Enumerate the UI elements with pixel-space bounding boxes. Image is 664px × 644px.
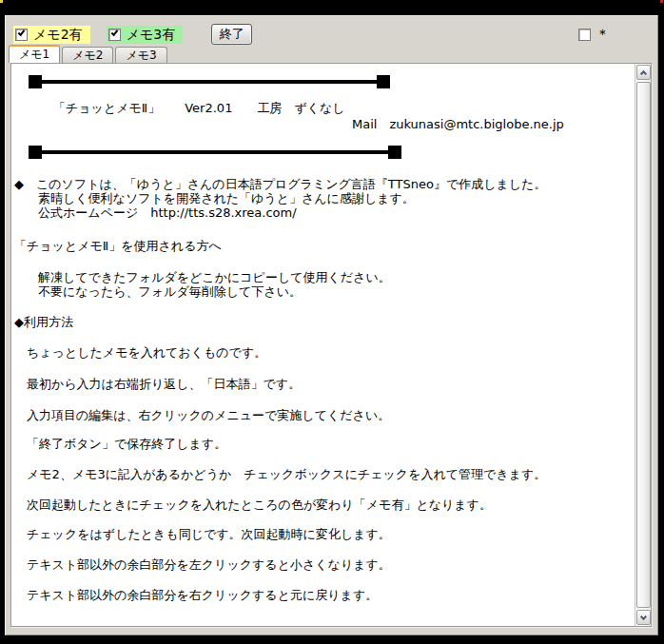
- memo3-label: メモ3有: [127, 26, 176, 44]
- divider-line-top: [29, 75, 635, 88]
- check-icon: [110, 29, 118, 36]
- memo-line: ◆利用方法: [11, 315, 635, 329]
- tab-strip: メモ1 メモ2 メモ3: [9, 45, 169, 63]
- memo-line: ちょっとしたメモを入れておくものです。: [11, 345, 635, 360]
- divider-square-icon: [29, 75, 42, 88]
- title-bar[interactable]: [0, 0, 664, 15]
- divider-square-icon: [388, 146, 401, 159]
- memo-line: チェックをはずしたときも同じです。次回起動時に変化します。: [11, 527, 635, 541]
- tab-memo1[interactable]: メモ1: [9, 45, 60, 63]
- memo-line: 解凍してできたフォルダをどこかにコピーして使用ください。: [11, 270, 635, 284]
- memo-line: 素晴しく便利なソフトを開発された「ゆうと」さんに感謝します。: [11, 191, 635, 205]
- memo-mail-line: Mail zukunasi@mtc.biglobe.ne.jp: [11, 117, 635, 131]
- memo-line: 次回起動したときにチェックを入れたところの色が変わり「メモ有」となります。: [11, 498, 635, 512]
- chevron-up-icon: [640, 69, 647, 76]
- tab-memo2[interactable]: メモ2: [62, 47, 113, 63]
- asterisk-label: ＊: [596, 28, 610, 41]
- memo-line: テキスト部以外の余白部分を右クリックすると元に戻ります。: [11, 588, 635, 602]
- titlebar-artifact-right: [660, 0, 663, 3]
- titlebar-artifact-left: [0, 0, 3, 3]
- scrollbar-thumb[interactable]: [636, 82, 651, 608]
- memo-line: 「終了ボタン」で保存終了します。: [11, 437, 635, 451]
- memo-line: ◆ このソフトは、「ゆうと」さんの日本語プログラミング言語『TTSneo』で作成…: [11, 177, 635, 191]
- memo-line: 入力項目の編集は、右クリックのメニューで実施してください。: [11, 408, 635, 422]
- memo-line: 不要になったら、フォルダ毎削除して下さい。: [11, 284, 635, 299]
- memo2-checkbox[interactable]: [15, 29, 28, 41]
- tab-memo3[interactable]: メモ3: [115, 47, 166, 63]
- vertical-scrollbar[interactable]: [635, 64, 651, 626]
- scroll-up-button[interactable]: [636, 65, 651, 80]
- topmost-group: ＊: [578, 28, 610, 41]
- divider-square-icon: [377, 75, 390, 88]
- topmost-checkbox[interactable]: [578, 29, 591, 41]
- memo2-checkbox-panel[interactable]: メモ2有: [13, 26, 90, 44]
- divider-square-icon: [29, 146, 42, 159]
- screenshot-root: { "colors": { "memo2_bg": "#FFFF9C", "me…: [0, 0, 664, 644]
- memo-title-line: 「チョッとメモⅡ」 Ver2.01 工房 ずくなし: [11, 101, 635, 115]
- memo-content: 「チョッとメモⅡ」 Ver2.01 工房 ずくなし Mail zukunasi@…: [11, 64, 635, 626]
- memo3-checkbox[interactable]: [108, 29, 121, 41]
- client-area[interactable]: メモ2有 メモ3有 終了 ＊ メモ1 メモ2 メモ3 「チョッとメモⅡ」 Ver…: [5, 15, 658, 635]
- memo-textarea[interactable]: 「チョッとメモⅡ」 Ver2.01 工房 ずくなし Mail zukunasi@…: [10, 63, 652, 627]
- chevron-down-icon: [640, 613, 647, 619]
- scroll-down-button[interactable]: [636, 610, 651, 625]
- memo3-checkbox-panel[interactable]: メモ3有: [107, 26, 184, 44]
- memo-line: 最初から入力は右端折り返し、「日本語」です。: [11, 377, 635, 391]
- divider-line-bottom: [29, 146, 635, 159]
- memo-line: 「チョッとメモⅡ」を使用される方へ: [11, 239, 635, 253]
- check-icon: [18, 29, 26, 36]
- memo2-label: メモ2有: [33, 26, 83, 44]
- memo-line: 公式ホームページ http://tts.s28.xrea.com/: [11, 205, 635, 220]
- exit-button[interactable]: 終了: [211, 24, 252, 45]
- memo-line: テキスト部以外の余白部分を左クリックすると小さくなります。: [11, 557, 635, 572]
- memo-line: メモ2、メモ3に記入があるかどうか チェックボックスにチェックを入れて管理できま…: [11, 467, 635, 481]
